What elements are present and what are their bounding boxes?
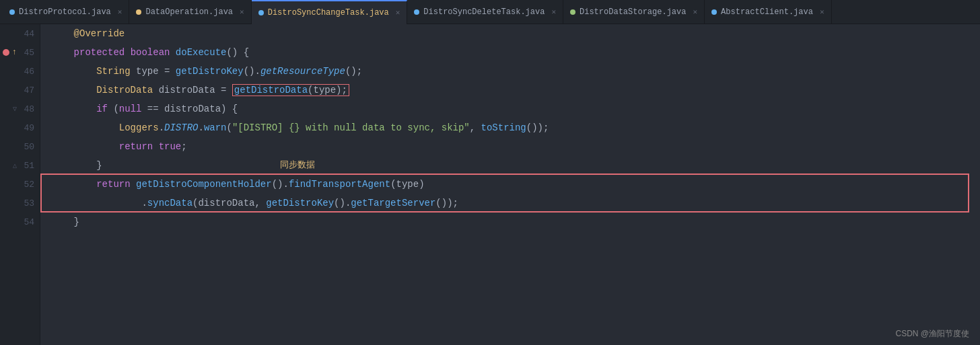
gutter-row-47: 47 (0, 81, 40, 100)
line-number-52: 52 (18, 180, 34, 190)
kw-boolean: boolean (131, 47, 176, 58)
tab-distro-sync-change[interactable]: DistroSyncChangeTask.java ✕ (252, 0, 408, 24)
type-distrodata: DistroData (51, 85, 159, 95)
arrow-45: ↑ (12, 48, 17, 57)
highlight-getdistrodata: getDistroData(type); (232, 84, 349, 96)
tab-dot-5 (570, 9, 575, 15)
tab-close-5[interactable]: ✕ (693, 7, 697, 16)
code-line-48: if (null == distroData) { (51, 100, 980, 118)
breakpoint-45 (3, 49, 9, 56)
tab-label-2: DataOperation.java (145, 7, 233, 17)
code-content: @Override protected boolean doExecute() … (40, 24, 980, 345)
tab-abstract-client[interactable]: AbstractClient.java ✕ (705, 0, 831, 24)
plain-dot4: (). (334, 198, 351, 208)
line-number-51: 51 (18, 161, 34, 171)
tab-distro-sync-delete[interactable]: DistroSyncDeleteTask.java ✕ (407, 0, 563, 24)
tab-dot-1 (9, 9, 15, 15)
plain-close2: ()); (435, 198, 458, 208)
plain-tostring: , (470, 122, 481, 133)
line-number-53: 53 (18, 198, 34, 208)
tab-label-4: DistroSyncDeleteTask.java (423, 7, 545, 17)
gutter-row-45: ↑ 45 (0, 43, 40, 62)
plain-paren3: ( (226, 122, 232, 133)
kw-return2: return (51, 179, 136, 190)
tab-bar: DistroProtocol.java ✕ DataOperation.java… (0, 0, 980, 24)
watermark: CSDN @渔阳节度使 (895, 328, 969, 340)
plain-indent: . (51, 198, 147, 208)
line-number-49: 49 (18, 123, 34, 133)
fn-getdistrokey2: getDistroKey (266, 198, 334, 208)
plain-type-var: type = (136, 66, 176, 77)
gutter-row-49: 49 (0, 118, 40, 137)
kw-protected: protected (51, 47, 131, 58)
gutter-row-46: 46 (0, 62, 40, 81)
code-area: 44 ↑ 45 46 47 ▽ 48 49 50 △ 5 (0, 24, 980, 345)
kw-true: true (159, 141, 182, 152)
code-line-52: return getDistroComponentHolder().findTr… (51, 175, 980, 194)
fn-findtransportagent: findTransportAgent (289, 179, 390, 190)
annotation-sync-data: 同步数据 (280, 159, 315, 171)
tab-label-6: AbstractClient.java (721, 7, 813, 17)
line-number-46: 46 (18, 67, 34, 77)
plain-close-brace2: } (51, 217, 79, 227)
plain-close: ()); (526, 122, 549, 133)
code-line-54: } (51, 213, 980, 231)
plain-distrodata-var: distroData = (159, 85, 232, 95)
tab-label-5: DistroDataStorage.java (580, 7, 686, 17)
gutter-row-54: 54 (0, 213, 40, 231)
tab-dot-3 (258, 10, 264, 15)
kw-null: null (119, 104, 142, 114)
fold-icon-48[interactable]: ▽ (13, 105, 17, 113)
log-loggers: Loggers (51, 122, 159, 133)
code-line-51: } 同步数据 (51, 156, 980, 175)
fn-getdistrocomponent: getDistroComponentHolder (136, 179, 272, 190)
string-msg: "[DISTRO] {} with null data to sync, ski… (232, 122, 470, 133)
code-line-50: return true; (51, 137, 980, 156)
plain-dot2: . (159, 122, 164, 133)
tab-dot-4 (414, 9, 419, 15)
fn-warn: warn (204, 122, 227, 133)
code-line-49: Loggers.DISTRO.warn("[DISTRO] {} with nu… (51, 118, 980, 137)
code-line-44: @Override (51, 24, 980, 43)
fn-getresourcetype: getResourceType (260, 66, 345, 77)
tab-close-2[interactable]: ✕ (240, 7, 244, 16)
plain-type-arg: (type); (308, 85, 347, 95)
fn-gettargetserver: getTargetServer (351, 198, 435, 208)
tab-close-3[interactable]: ✕ (396, 8, 400, 17)
tab-dot-6 (711, 9, 717, 15)
plain-dot3: . (198, 122, 203, 133)
fold-icon-51[interactable]: △ (13, 161, 17, 169)
plain-type-arg2: (type) (390, 179, 424, 190)
fn-syncdata: syncData (147, 198, 193, 208)
tab-data-operation[interactable]: DataOperation.java ✕ (129, 0, 251, 24)
gutter-row-52: 52 (0, 175, 40, 194)
plain-paren4: (). (272, 179, 289, 190)
line-number-45: 45 (18, 48, 34, 58)
fn-getdistrokey1: getDistroKey (176, 66, 244, 77)
plain-semi1: (); (345, 66, 362, 77)
tab-distro-data-storage[interactable]: DistroDataStorage.java ✕ (563, 0, 705, 24)
tab-label-3: DistroSyncChangeTask.java (268, 8, 389, 17)
line-number-54: 54 (18, 217, 34, 227)
line-number-47: 47 (18, 85, 34, 95)
line-number-48: 48 (18, 104, 34, 114)
code-line-46: String type = getDistroKey().getResource… (51, 62, 980, 81)
fn-getdistrodata: getDistroData (234, 85, 308, 95)
line-number-44: 44 (18, 29, 34, 39)
code-line-47: DistroData distroData = getDistroData(ty… (51, 81, 980, 100)
fn-tostring: toString (481, 122, 526, 133)
gutter-row-44: 44 (0, 24, 40, 43)
gutter-row-53: 53 (0, 194, 40, 213)
code-line-45: protected boolean doExecute() { (51, 43, 980, 62)
gutter-row-50: 50 (0, 137, 40, 156)
annotation-override: @Override (51, 28, 125, 39)
tab-distro-protocol[interactable]: DistroProtocol.java ✕ (3, 0, 129, 24)
tab-close-1[interactable]: ✕ (118, 7, 123, 16)
plain-paren2: ( (113, 104, 118, 114)
plain-eq: == distroData) { (141, 104, 238, 114)
tab-dot-2 (136, 9, 141, 15)
tab-close-4[interactable]: ✕ (551, 7, 556, 16)
gutter-row-51: △ 51 (0, 156, 40, 175)
tab-close-6[interactable]: ✕ (820, 7, 825, 16)
plain-paren1: () { (226, 47, 249, 58)
